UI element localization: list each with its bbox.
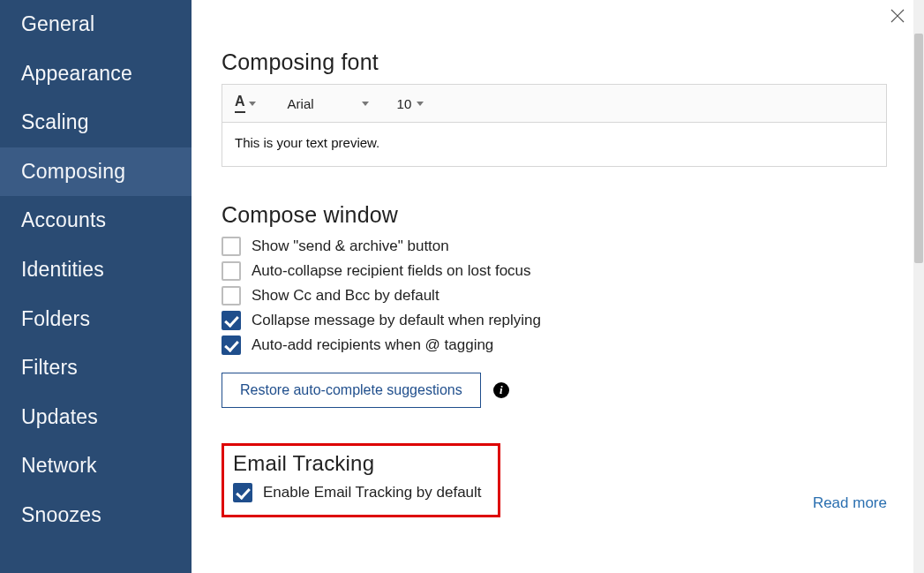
font-toolbar: A Arial 10	[222, 85, 886, 123]
section-heading-composing-font: Composing font	[222, 49, 887, 75]
settings-sidebar: General Appearance Scaling Composing Acc…	[0, 0, 192, 573]
info-icon[interactable]: i	[493, 382, 509, 398]
settings-window: General Appearance Scaling Composing Acc…	[0, 0, 924, 573]
font-family-value: Arial	[288, 96, 314, 111]
sidebar-item-general[interactable]: General	[0, 0, 192, 49]
chevron-down-icon	[362, 102, 369, 106]
read-more-link[interactable]: Read more	[813, 494, 887, 517]
option-label: Collapse message by default when replyin…	[252, 312, 541, 329]
option-label: Show Cc and Bcc by default	[252, 287, 439, 305]
font-settings-box: A Arial 10 This is your text preview.	[222, 84, 887, 167]
compose-window-options: Show "send & archive" button Auto-collap…	[222, 237, 887, 355]
sidebar-item-filters[interactable]: Filters	[0, 343, 192, 393]
restore-autocomplete-button[interactable]: Restore auto-complete suggestions	[222, 373, 481, 408]
checkbox[interactable]	[222, 311, 241, 330]
settings-content: Composing font A Arial 10	[192, 0, 924, 573]
chevron-down-icon	[249, 102, 256, 106]
checkbox[interactable]	[222, 286, 241, 305]
checkbox[interactable]	[222, 237, 241, 256]
option-label: Show "send & archive" button	[252, 237, 449, 255]
sidebar-item-folders[interactable]: Folders	[0, 295, 192, 344]
section-heading-compose-window: Compose window	[222, 202, 887, 228]
sidebar-item-network[interactable]: Network	[0, 441, 192, 491]
email-tracking-highlight: Email Tracking Enable Email Tracking by …	[222, 443, 500, 517]
option-collapse-message-reply[interactable]: Collapse message by default when replyin…	[222, 311, 887, 330]
scrollbar[interactable]	[913, 0, 924, 573]
font-size-value: 10	[397, 96, 412, 111]
section-heading-email-tracking: Email Tracking	[233, 451, 482, 476]
chevron-down-icon	[417, 102, 424, 106]
checkbox[interactable]	[233, 483, 252, 502]
option-label: Enable Email Tracking by default	[263, 484, 482, 501]
option-auto-collapse-recipients[interactable]: Auto-collapse recipient fields on lost f…	[222, 261, 887, 281]
option-label: Auto-add recipients when @ tagging	[252, 336, 493, 354]
sidebar-item-composing[interactable]: Composing	[0, 147, 192, 197]
option-send-archive[interactable]: Show "send & archive" button	[222, 237, 887, 256]
option-label: Auto-collapse recipient fields on lost f…	[252, 262, 531, 280]
email-tracking-row: Email Tracking Enable Email Tracking by …	[222, 443, 887, 517]
option-auto-add-at-tag[interactable]: Auto-add recipients when @ tagging	[222, 336, 887, 355]
scrollbar-thumb[interactable]	[914, 34, 923, 263]
checkbox[interactable]	[222, 261, 241, 281]
sidebar-item-appearance[interactable]: Appearance	[0, 49, 192, 99]
sidebar-item-scaling[interactable]: Scaling	[0, 98, 192, 147]
sidebar-item-identities[interactable]: Identities	[0, 245, 192, 295]
settings-scroll-area: Composing font A Arial 10	[192, 0, 913, 573]
sidebar-item-accounts[interactable]: Accounts	[0, 196, 192, 245]
font-color-button[interactable]: A	[235, 94, 256, 113]
option-show-cc-bcc[interactable]: Show Cc and Bcc by default	[222, 286, 887, 305]
font-size-select[interactable]: 10	[394, 94, 428, 113]
font-color-icon: A	[235, 94, 245, 113]
font-family-select[interactable]: Arial	[284, 94, 372, 113]
sidebar-item-updates[interactable]: Updates	[0, 393, 192, 442]
font-preview: This is your text preview.	[222, 123, 886, 166]
option-enable-email-tracking[interactable]: Enable Email Tracking by default	[233, 483, 482, 502]
restore-row: Restore auto-complete suggestions i	[222, 373, 887, 408]
checkbox[interactable]	[222, 336, 241, 355]
sidebar-item-snoozes[interactable]: Snoozes	[0, 491, 192, 540]
